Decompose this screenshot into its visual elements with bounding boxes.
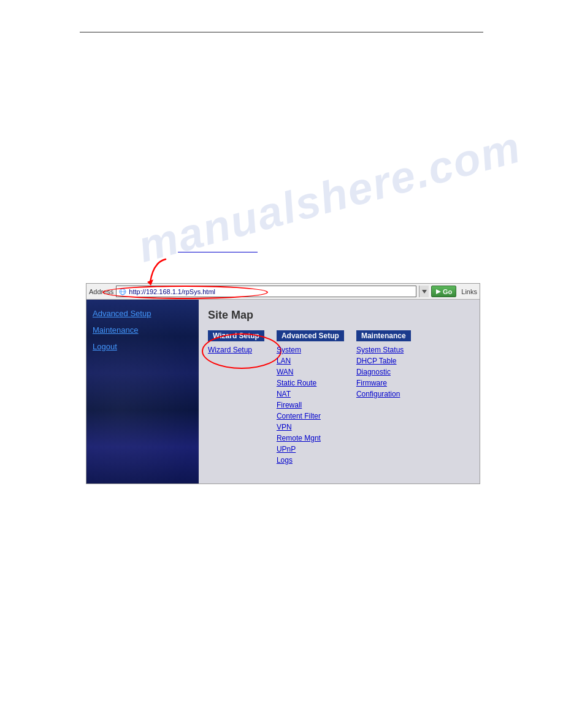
- advanced-setup-upnp-link[interactable]: UPnP: [277, 445, 344, 453]
- advanced-setup-header: Advanced Setup: [277, 330, 344, 341]
- wizard-ellipse-wrap: Wizard Setup: [208, 346, 264, 354]
- links-label: Links: [461, 288, 477, 295]
- address-value[interactable]: http://192.168.1.1/rpSys.html: [129, 288, 414, 295]
- address-bar: Address http://192.168.1.1/rpSys.html Go…: [86, 284, 480, 300]
- sidebar-link-logout[interactable]: Logout: [93, 342, 193, 351]
- red-arrow-annotation: [141, 256, 190, 287]
- advanced-setup-firewall-link[interactable]: Firewall: [277, 401, 344, 409]
- advanced-setup-wan-link[interactable]: WAN: [277, 368, 344, 376]
- address-dropdown[interactable]: [419, 286, 429, 297]
- site-map-title: Site Map: [208, 309, 470, 322]
- sidebar: Advanced Setup Maintenance Logout: [86, 300, 199, 483]
- maintenance-firmware-link[interactable]: Firmware: [356, 379, 411, 387]
- maintenance-system-status-link[interactable]: System Status: [356, 346, 411, 354]
- go-button[interactable]: Go: [431, 286, 456, 297]
- go-label: Go: [443, 288, 452, 295]
- maintenance-dhcp-table-link[interactable]: DHCP Table: [356, 357, 411, 365]
- main-content: Site Map Wizard Setup Wizard Setup Advan…: [199, 300, 480, 483]
- advanced-setup-lan-link[interactable]: LAN: [277, 357, 344, 365]
- advanced-setup-remote-mgnt-link[interactable]: Remote Mgnt: [277, 434, 344, 442]
- address-label: Address: [89, 288, 113, 295]
- top-rule: [80, 32, 483, 32]
- wizard-setup-column: Wizard Setup Wizard Setup: [208, 330, 264, 354]
- advanced-setup-nat-link[interactable]: NAT: [277, 390, 344, 398]
- sidebar-link-advanced-setup[interactable]: Advanced Setup: [93, 309, 193, 318]
- maintenance-diagnostic-link[interactable]: Diagnostic: [356, 368, 411, 376]
- maintenance-configuration-link[interactable]: Configuration: [356, 390, 411, 398]
- browser-screenshot: Address http://192.168.1.1/rpSys.html Go…: [86, 283, 480, 484]
- advanced-setup-column: Advanced Setup System LAN WAN Static Rou…: [277, 330, 344, 464]
- advanced-setup-system-link[interactable]: System: [277, 346, 344, 354]
- advanced-setup-content-filter-link[interactable]: Content Filter: [277, 412, 344, 420]
- svg-marker-3: [422, 290, 427, 294]
- advanced-setup-vpn-link[interactable]: VPN: [277, 423, 344, 431]
- address-input-wrap[interactable]: http://192.168.1.1/rpSys.html: [116, 286, 416, 297]
- sidebar-link-maintenance[interactable]: Maintenance: [93, 325, 193, 335]
- advanced-setup-logs-link[interactable]: Logs: [277, 456, 344, 464]
- underline-decoration: [178, 244, 258, 252]
- site-map-grid: Wizard Setup Wizard Setup Advanced Setup…: [208, 330, 470, 464]
- maintenance-header: Maintenance: [356, 330, 411, 341]
- router-ui: Advanced Setup Maintenance Logout Site M…: [86, 300, 480, 483]
- svg-marker-4: [436, 289, 441, 294]
- wizard-setup-header: Wizard Setup: [208, 330, 264, 341]
- advanced-setup-static-route-link[interactable]: Static Route: [277, 379, 344, 387]
- wizard-setup-link[interactable]: Wizard Setup: [208, 346, 264, 354]
- maintenance-column: Maintenance System Status DHCP Table Dia…: [356, 330, 411, 398]
- browser-icon: [118, 287, 127, 296]
